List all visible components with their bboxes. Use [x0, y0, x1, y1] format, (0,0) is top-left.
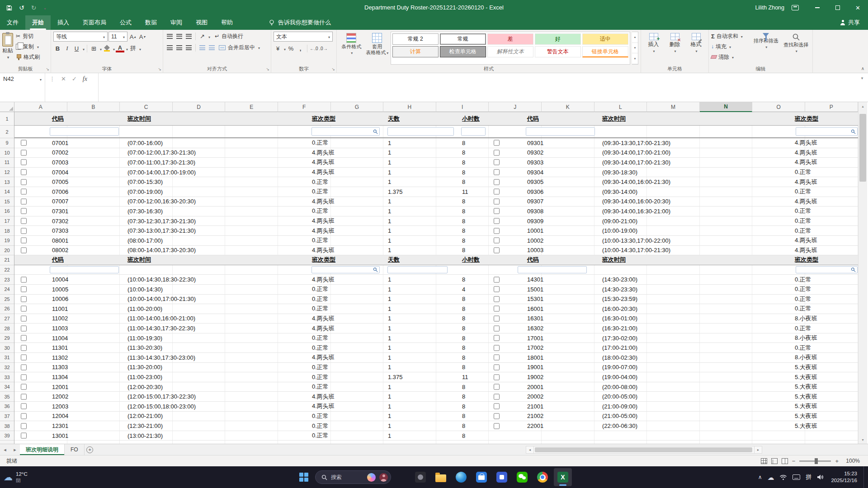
row-header-27[interactable]: 27	[0, 314, 14, 324]
hours[interactable]: 8	[462, 333, 465, 343]
increase-indent-button[interactable]	[208, 43, 216, 52]
shift-code[interactable]: 07001	[52, 138, 68, 148]
shift-type[interactable]: 0.正常	[312, 412, 329, 421]
column-title[interactable]: 天数	[388, 112, 400, 125]
shift-time[interactable]: (12:00-15:00,18:00-23:00)	[127, 402, 196, 411]
row-checkbox[interactable]	[21, 169, 27, 175]
shift-type[interactable]: 4.两头班	[312, 246, 335, 255]
shift-time[interactable]: (11:00-23:00)	[127, 372, 162, 382]
column-header-L[interactable]: L	[594, 102, 647, 112]
shift-time[interactable]: (07:00-11:00,17:30-21:30)	[127, 158, 195, 167]
bold-button[interactable]: B	[53, 44, 62, 53]
row-header-14[interactable]: 14	[0, 187, 14, 197]
row-checkbox[interactable]	[21, 208, 27, 214]
show-desktop-button[interactable]	[863, 466, 865, 488]
row-checkbox[interactable]	[21, 160, 27, 165]
save-icon[interactable]	[6, 5, 12, 11]
delete-cells-button[interactable]: 删除	[665, 32, 685, 65]
row-header-1[interactable]: 1	[0, 112, 14, 126]
row-header-33[interactable]: 33	[0, 372, 14, 382]
row-header-39[interactable]: 39	[0, 431, 14, 441]
cell-style-常规 2[interactable]: 常规 2	[392, 33, 439, 45]
horizontal-scrollbar[interactable]: ◂ ▸	[526, 446, 762, 454]
row-checkbox[interactable]	[21, 325, 27, 331]
filter-input[interactable]	[311, 266, 380, 273]
days[interactable]: 1	[388, 168, 391, 177]
gallery-down-icon[interactable]: ▾	[632, 43, 638, 54]
shift-code[interactable]: 16302	[527, 324, 543, 333]
shift-code[interactable]: 11001	[52, 304, 68, 314]
filter-input[interactable]	[50, 266, 119, 273]
wifi-icon[interactable]	[779, 474, 787, 480]
align-top-button[interactable]	[165, 32, 174, 41]
conditional-formatting-button[interactable]: 条件格式	[339, 32, 364, 65]
shift-type[interactable]: 0.正常	[312, 304, 329, 314]
shift-code[interactable]: 12301	[52, 421, 68, 431]
column-header-K[interactable]: K	[542, 102, 594, 112]
shift-time[interactable]: (11:30-20:30)	[127, 343, 162, 352]
shift-time[interactable]: (08:00-14:00,17:30-20:30)	[127, 246, 196, 255]
row-header-9[interactable]: 9	[0, 138, 14, 148]
decrease-indent-button[interactable]	[198, 43, 207, 52]
shift-code[interactable]: 21002	[527, 412, 543, 421]
fill-color-button[interactable]	[103, 44, 111, 53]
cancel-icon[interactable]: ✕	[61, 75, 66, 82]
column-title[interactable]: 班次类型	[312, 255, 335, 265]
column-header-J[interactable]: J	[489, 102, 542, 112]
hours[interactable]: 8	[462, 324, 465, 333]
shift-type[interactable]: 4.两头班	[312, 197, 335, 206]
shift-code[interactable]: 07302	[52, 216, 68, 226]
avatar-icon[interactable]	[379, 473, 388, 482]
shift-code[interactable]: 12001	[52, 382, 68, 392]
shift-time[interactable]: (11:30-20:00)	[127, 363, 162, 372]
shift-code[interactable]: 11304	[52, 372, 68, 382]
shift-time[interactable]: (20:00-05:00)	[602, 392, 637, 401]
column-header-F[interactable]: F	[278, 102, 331, 112]
shift-code[interactable]: 15001	[527, 285, 543, 294]
shift-code[interactable]: 09309	[527, 216, 543, 226]
column-title[interactable]: 代码	[52, 112, 64, 125]
shift-time[interactable]: (16:30-21:00)	[602, 324, 637, 333]
shift-time[interactable]: (18:00-02:30)	[602, 353, 637, 362]
cell-style-解释性文本[interactable]: 解释性文本	[487, 46, 533, 57]
row-checkbox[interactable]	[494, 218, 500, 224]
shift-code[interactable]: 10004	[52, 275, 68, 284]
row-header-23[interactable]: 23	[0, 275, 14, 285]
tray-expand-icon[interactable]: ∧	[758, 474, 762, 480]
shift-code[interactable]: 11004	[52, 333, 68, 343]
hours[interactable]: 8	[462, 421, 465, 431]
shift-type[interactable]: 5.大夜班	[795, 402, 817, 411]
hours[interactable]: 8	[462, 382, 465, 392]
shift-time[interactable]: (10:00-13:30,17:00-22:00)	[602, 236, 670, 245]
row-checkbox[interactable]	[494, 325, 500, 331]
shift-code[interactable]: 07005	[52, 177, 68, 187]
column-header-A[interactable]: A	[14, 102, 67, 112]
column-header-H[interactable]: H	[383, 102, 436, 112]
days[interactable]: 1	[388, 226, 391, 235]
zoom-level[interactable]: 100%	[843, 458, 860, 464]
hours[interactable]: 8	[462, 206, 465, 216]
phonetic-button[interactable]: 拼	[129, 44, 137, 53]
borders-button[interactable]: ⊞	[90, 44, 98, 53]
row-checkbox[interactable]	[21, 179, 27, 185]
shift-type[interactable]: 5.大夜班	[795, 372, 817, 382]
shift-code[interactable]: 11302	[52, 353, 68, 362]
dark-app-icon[interactable]	[411, 468, 429, 486]
shift-type[interactable]: 0.正常	[312, 138, 329, 148]
days[interactable]: 1	[388, 216, 391, 226]
row-header-15[interactable]: 15	[0, 197, 14, 207]
zoom-slider-thumb[interactable]	[815, 458, 818, 464]
shift-time[interactable]: (10:00-14:30)	[127, 285, 163, 294]
chrome-icon[interactable]	[533, 468, 552, 486]
shift-time[interactable]: (19:00-04:00)	[602, 372, 637, 382]
redo-icon[interactable]: ↻	[31, 5, 37, 11]
row-checkbox[interactable]	[494, 315, 500, 321]
row-checkbox[interactable]	[494, 198, 500, 204]
shift-type[interactable]: 0.正常	[795, 304, 811, 314]
percent-style-button[interactable]: %	[287, 44, 295, 53]
shift-type[interactable]: 4.两头班	[312, 392, 335, 401]
shift-type[interactable]: 5.大夜班	[795, 421, 817, 431]
shift-type[interactable]: 0.正常	[795, 295, 811, 304]
shift-time[interactable]: (21:00-05:00)	[602, 412, 637, 421]
shift-time[interactable]: (19:00-07:00)	[602, 363, 637, 372]
